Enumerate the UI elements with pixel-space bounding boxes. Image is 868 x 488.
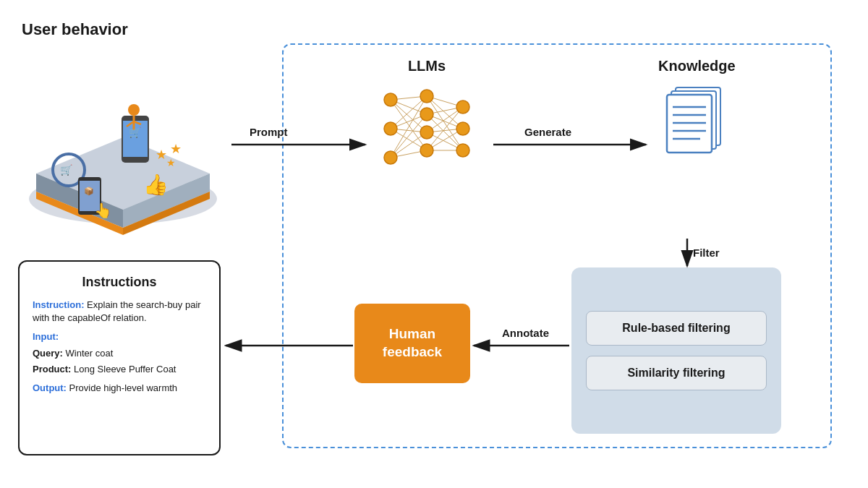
svg-text:Annotate: Annotate [502,327,549,339]
svg-text:Generate: Generate [524,126,571,138]
arrows-overlay: Prompt Generate Filter Annotate [0,0,868,488]
diagram-container: User behavior 🛒 🛒 ★ ★ ★ 👍 [0,0,868,488]
svg-text:Filter: Filter [693,247,720,259]
svg-text:Prompt: Prompt [250,126,288,138]
